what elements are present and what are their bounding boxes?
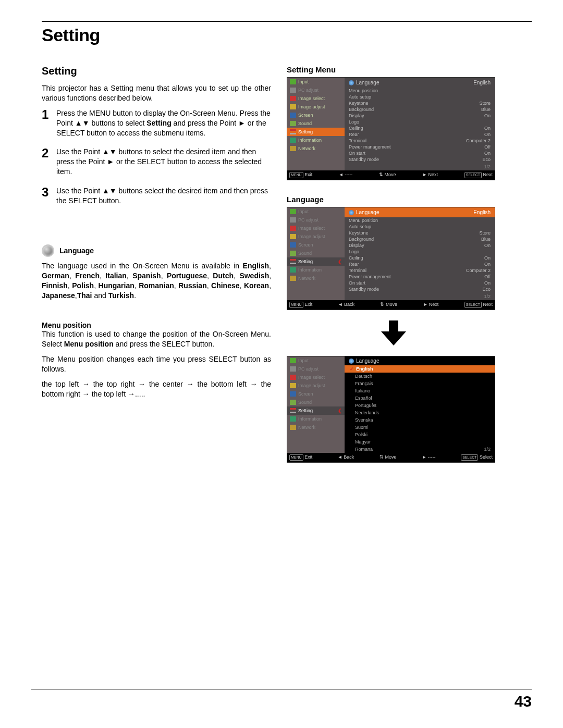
footbar-next[interactable]: ► -----: [422, 454, 435, 461]
language-option[interactable]: Nederlands: [345, 409, 495, 416]
menu-item[interactable]: Image adjust: [287, 381, 345, 390]
menu-item[interactable]: Network: [287, 274, 345, 282]
language-option[interactable]: Romana: [345, 446, 495, 453]
menu-icon: [290, 267, 296, 273]
menu-item[interactable]: PC adjust: [287, 365, 345, 373]
footbar-back[interactable]: ◄ Back: [338, 302, 354, 308]
setting-value: On: [484, 126, 491, 131]
setting-row[interactable]: CeilingOn: [345, 125, 495, 131]
setting-row[interactable]: Standby modeEco: [345, 156, 495, 163]
setting-row[interactable]: DisplayOn: [345, 113, 495, 119]
footbar: MENU Exit◄ Back⇅ Move► NextSELECT Next: [287, 300, 495, 310]
setting-row[interactable]: BackgroundBlue: [345, 106, 495, 113]
menu-label: Network: [298, 146, 315, 151]
setting-row[interactable]: Power managementOff: [345, 144, 495, 150]
footbar-select[interactable]: SELECT Next: [464, 302, 493, 308]
setting-key: Ceiling: [349, 126, 484, 131]
language-option[interactable]: Español: [345, 394, 495, 402]
setting-value: On: [484, 280, 491, 286]
menu-item[interactable]: Setting❮: [287, 406, 345, 415]
language-option[interactable]: Deutsch: [345, 373, 495, 380]
menu-item[interactable]: Image adjust: [287, 232, 345, 241]
menu-icon: [290, 416, 296, 422]
setting-row[interactable]: Standby modeEco: [345, 286, 495, 292]
menu-label: Image adjust: [298, 104, 325, 109]
footbar-next[interactable]: ► Next: [422, 172, 438, 178]
setting-row[interactable]: RearOn: [345, 261, 495, 267]
footbar-select[interactable]: SELECT Select: [461, 454, 493, 461]
setting-row[interactable]: LanguageEnglish: [345, 207, 495, 217]
menu-position-body3: the top left → the top right → the cente…: [42, 379, 271, 399]
menu-item[interactable]: Setting: [287, 128, 345, 136]
setting-value: English: [473, 209, 491, 215]
language-option[interactable]: Suomi: [345, 424, 495, 431]
menu-item[interactable]: Image select: [287, 224, 345, 232]
menu-item[interactable]: Network: [287, 423, 345, 431]
menu-icon: [290, 242, 296, 248]
menu-item[interactable]: Information: [287, 136, 345, 144]
setting-key: Keystone: [349, 230, 479, 236]
setting-row[interactable]: RearOn: [345, 131, 495, 138]
footbar: MENU Exit◄ Back⇅ Move► -----SELECT Selec…: [287, 453, 495, 462]
setting-row[interactable]: DisplayOn: [345, 242, 495, 249]
menu-item[interactable]: Image select: [287, 94, 345, 103]
setting-row[interactable]: Power managementOff: [345, 274, 495, 280]
setting-row[interactable]: Menu position: [345, 88, 495, 94]
menu-icon: [290, 113, 296, 118]
menu-position-heading: Menu position: [42, 321, 271, 329]
setting-row[interactable]: KeystoneStore: [345, 230, 495, 236]
setting-row[interactable]: BackgroundBlue: [345, 236, 495, 242]
setting-row[interactable]: On startOn: [345, 150, 495, 156]
footbar-exit[interactable]: MENU Exit: [289, 172, 312, 178]
language-option[interactable]: Português: [345, 402, 495, 409]
setting-row[interactable]: CeilingOn: [345, 255, 495, 261]
menu-item[interactable]: Screen: [287, 241, 345, 249]
language-option[interactable]: Svenska: [345, 416, 495, 424]
footbar-move[interactable]: ⇅ Move: [379, 172, 396, 178]
menu-item[interactable]: Sound: [287, 398, 345, 406]
footbar-select[interactable]: SELECT Next: [464, 172, 493, 178]
language-option[interactable]: Français: [345, 380, 495, 387]
menu-item[interactable]: Screen: [287, 111, 345, 119]
footbar-next[interactable]: ► Next: [423, 302, 438, 308]
menu-item[interactable]: Information: [287, 415, 345, 423]
setting-key: Logo: [349, 249, 491, 254]
language-option[interactable]: Italiano: [345, 387, 495, 394]
setting-row[interactable]: Logo: [345, 249, 495, 255]
menu-item[interactable]: PC adjust: [287, 216, 345, 224]
menu-item[interactable]: PC adjust: [287, 86, 345, 94]
footbar-back[interactable]: ◄ Back: [338, 454, 354, 461]
menu-item[interactable]: Network: [287, 144, 345, 153]
setting-row[interactable]: KeystoneStore: [345, 100, 495, 106]
menu-item[interactable]: Screen: [287, 390, 345, 398]
language-option[interactable]: Magyar: [345, 438, 495, 446]
setting-row[interactable]: On startOn: [345, 280, 495, 286]
footbar-exit[interactable]: MENU Exit: [289, 454, 312, 461]
menu-label: Setting: [298, 259, 313, 264]
setting-row[interactable]: TerminalComputer 2: [345, 267, 495, 274]
language-option[interactable]: Polski: [345, 431, 495, 438]
setting-row[interactable]: TerminalComputer 2: [345, 138, 495, 144]
setting-row[interactable]: LanguageEnglish: [345, 78, 495, 88]
setting-key: Ceiling: [349, 255, 484, 261]
menu-item[interactable]: Image select: [287, 373, 345, 381]
menu-item[interactable]: Image adjust: [287, 103, 345, 111]
footbar-exit[interactable]: MENU Exit: [289, 302, 312, 308]
menu-item[interactable]: Sound: [287, 249, 345, 257]
setting-row[interactable]: Auto setup: [345, 224, 495, 230]
menu-item[interactable]: Input: [287, 356, 345, 365]
menu-item[interactable]: Input: [287, 78, 345, 86]
footbar-back[interactable]: ◄ -----: [339, 172, 352, 178]
setting-row[interactable]: Logo: [345, 119, 495, 125]
menu-item[interactable]: Information: [287, 266, 345, 274]
footbar-move[interactable]: ⇅ Move: [380, 302, 397, 308]
menu-item[interactable]: Sound: [287, 119, 345, 128]
footbar-move[interactable]: ⇅ Move: [380, 454, 397, 461]
menu-item[interactable]: Input: [287, 207, 345, 216]
menu-icon: [290, 375, 296, 380]
language-option[interactable]: ✓ English: [345, 365, 495, 373]
menu-item[interactable]: Setting❮: [287, 257, 345, 266]
menu-icon: [290, 391, 296, 397]
setting-row[interactable]: Menu position: [345, 217, 495, 224]
setting-row[interactable]: Auto setup: [345, 94, 495, 100]
